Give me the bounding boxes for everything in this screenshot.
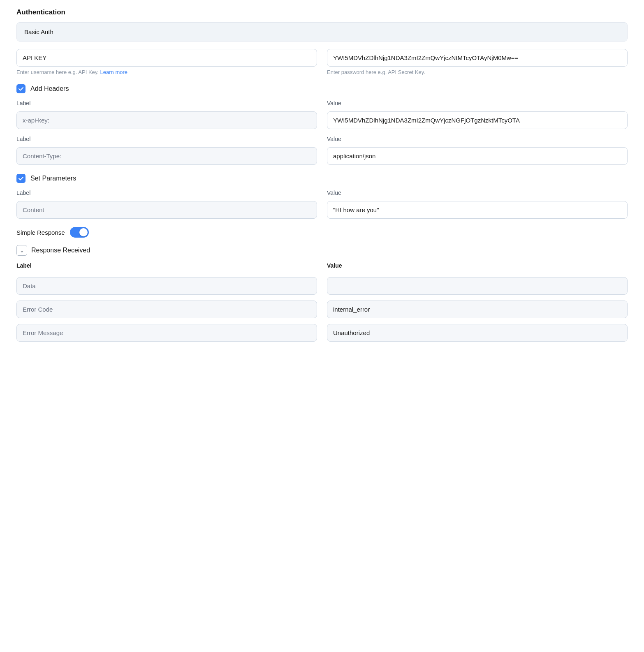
learn-more-link[interactable]: Learn more	[100, 69, 127, 75]
set-parameters-row: Set Parameters	[16, 174, 628, 183]
set-parameters-label: Set Parameters	[30, 175, 76, 182]
collapse-icon[interactable]: ⌄	[16, 245, 27, 256]
header-value-input-2[interactable]	[327, 147, 628, 165]
password-hint: Enter password here e.g. API Secret Key.	[327, 69, 628, 75]
add-headers-row: Add Headers	[16, 84, 628, 93]
param-row-1	[16, 201, 628, 219]
auth-type-bar[interactable]: Basic Auth	[16, 22, 628, 42]
authentication-title: Authentication	[16, 8, 628, 16]
set-parameters-checkbox[interactable]	[16, 174, 25, 183]
api-key-input[interactable]	[16, 49, 317, 67]
header-label-input-2[interactable]	[16, 147, 317, 165]
params-label-col: Label	[16, 190, 317, 196]
header-value-input-1[interactable]	[327, 111, 628, 129]
headers-label-col-1: Label	[16, 100, 317, 106]
response-label-data: Data	[16, 277, 317, 295]
add-headers-label: Add Headers	[30, 85, 69, 92]
page-container: Authentication Basic Auth Enter username…	[0, 0, 644, 356]
authentication-section: Authentication Basic Auth Enter username…	[0, 0, 644, 356]
response-received-title: Response Received	[31, 247, 90, 254]
headers-label-col-2: Label	[16, 136, 317, 142]
response-value-error-code: internal_error	[327, 301, 628, 318]
response-label-header: Label	[16, 262, 317, 269]
api-key-password-row: Enter username here e.g. API Key. Learn …	[16, 49, 628, 75]
headers-value-col-1: Value	[327, 100, 628, 106]
response-label-error-message: Error Message	[16, 324, 317, 342]
password-input[interactable]	[327, 49, 628, 67]
simple-response-wrapper: Simple Response	[16, 227, 628, 238]
response-value-error-message: Unauthorized	[327, 324, 628, 342]
chevron-down-icon: ⌄	[20, 247, 24, 254]
simple-response-label: Simple Response	[16, 229, 65, 236]
response-value-header: Value	[327, 262, 628, 269]
simple-response-toggle[interactable]	[70, 227, 89, 238]
header-label-input-1[interactable]	[16, 111, 317, 129]
toggle-knob	[79, 228, 88, 236]
headers-column-headers-2: Label Value	[16, 136, 628, 145]
headers-column-headers: Label Value	[16, 100, 628, 109]
params-value-col: Value	[327, 190, 628, 196]
param-value-input-1[interactable]	[327, 201, 628, 219]
response-header-labels: Label Value	[16, 262, 628, 273]
header-row-2	[16, 147, 628, 165]
params-column-headers: Label Value	[16, 190, 628, 199]
response-received-row: ⌄ Response Received	[16, 245, 628, 256]
add-headers-checkbox[interactable]	[16, 84, 25, 93]
response-row-data: Data	[16, 277, 628, 295]
api-key-hint: Enter username here e.g. API Key. Learn …	[16, 69, 317, 75]
api-key-field-group: Enter username here e.g. API Key. Learn …	[16, 49, 317, 75]
response-label-error-code: Error Code	[16, 301, 317, 318]
password-field-group: Enter password here e.g. API Secret Key.	[327, 49, 628, 75]
response-row-error-message: Error Message Unauthorized	[16, 324, 628, 342]
param-label-input-1[interactable]	[16, 201, 317, 219]
response-value-data	[327, 277, 628, 295]
headers-value-col-2: Value	[327, 136, 628, 142]
header-row-1	[16, 111, 628, 129]
response-row-error-code: Error Code internal_error	[16, 301, 628, 318]
